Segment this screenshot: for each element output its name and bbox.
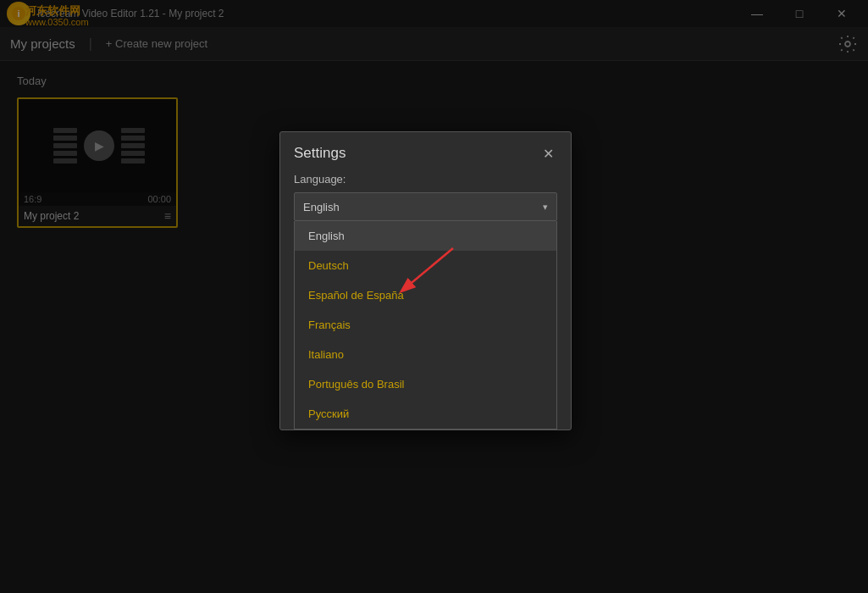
lang-option-english[interactable]: English: [295, 221, 556, 251]
dialog-header: Settings ✕: [280, 132, 571, 169]
dialog-close-button[interactable]: ✕: [539, 144, 557, 163]
lang-option-deutsch[interactable]: Deutsch: [295, 251, 556, 280]
lang-option-espanol[interactable]: Español de España: [295, 280, 556, 310]
dialog-title: Settings: [294, 145, 346, 162]
language-label: Language:: [294, 173, 557, 186]
language-select[interactable]: English ▾: [294, 192, 557, 221]
dialog-body: Language: English ▾ English Deutsch Espa…: [280, 169, 571, 430]
language-dropdown: English Deutsch Español de España França…: [294, 221, 557, 430]
lang-option-russian[interactable]: Русский: [295, 399, 556, 429]
selected-language-text: English: [303, 201, 340, 213]
lang-option-portugues[interactable]: Português do Brasil: [295, 369, 556, 399]
chevron-down-icon: ▾: [543, 202, 548, 213]
settings-dialog: Settings ✕ Language: English ▾ English D…: [279, 131, 572, 430]
lang-option-italiano[interactable]: Italiano: [295, 340, 556, 369]
lang-option-francais[interactable]: Français: [295, 310, 556, 340]
